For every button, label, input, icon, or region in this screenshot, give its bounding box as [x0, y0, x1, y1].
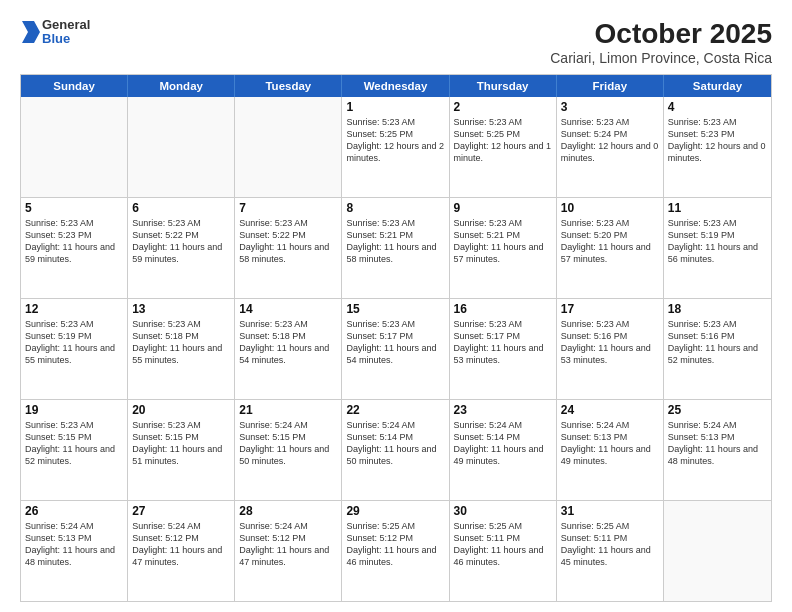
- day-number: 30: [454, 504, 552, 518]
- calendar-cell: 3Sunrise: 5:23 AM Sunset: 5:24 PM Daylig…: [557, 97, 664, 197]
- calendar-cell: 18Sunrise: 5:23 AM Sunset: 5:16 PM Dayli…: [664, 299, 771, 399]
- calendar-cell: 9Sunrise: 5:23 AM Sunset: 5:21 PM Daylig…: [450, 198, 557, 298]
- calendar: SundayMondayTuesdayWednesdayThursdayFrid…: [20, 74, 772, 602]
- day-number: 4: [668, 100, 767, 114]
- calendar-cell: 31Sunrise: 5:25 AM Sunset: 5:11 PM Dayli…: [557, 501, 664, 601]
- day-number: 26: [25, 504, 123, 518]
- day-number: 13: [132, 302, 230, 316]
- day-info: Sunrise: 5:25 AM Sunset: 5:12 PM Dayligh…: [346, 520, 444, 569]
- logo-general: General: [42, 18, 90, 32]
- day-number: 16: [454, 302, 552, 316]
- day-info: Sunrise: 5:23 AM Sunset: 5:25 PM Dayligh…: [346, 116, 444, 165]
- calendar-cell: 1Sunrise: 5:23 AM Sunset: 5:25 PM Daylig…: [342, 97, 449, 197]
- calendar-cell: [235, 97, 342, 197]
- header: General Blue October 2025 Cariari, Limon…: [20, 18, 772, 66]
- day-info: Sunrise: 5:23 AM Sunset: 5:16 PM Dayligh…: [561, 318, 659, 367]
- day-number: 8: [346, 201, 444, 215]
- calendar-cell: 11Sunrise: 5:23 AM Sunset: 5:19 PM Dayli…: [664, 198, 771, 298]
- day-number: 2: [454, 100, 552, 114]
- calendar-cell: [664, 501, 771, 601]
- day-number: 17: [561, 302, 659, 316]
- day-info: Sunrise: 5:24 AM Sunset: 5:13 PM Dayligh…: [25, 520, 123, 569]
- calendar-row: 5Sunrise: 5:23 AM Sunset: 5:23 PM Daylig…: [21, 197, 771, 298]
- logo: General Blue: [20, 18, 90, 47]
- day-info: Sunrise: 5:24 AM Sunset: 5:14 PM Dayligh…: [454, 419, 552, 468]
- day-info: Sunrise: 5:23 AM Sunset: 5:16 PM Dayligh…: [668, 318, 767, 367]
- day-info: Sunrise: 5:24 AM Sunset: 5:15 PM Dayligh…: [239, 419, 337, 468]
- day-number: 7: [239, 201, 337, 215]
- calendar-cell: 6Sunrise: 5:23 AM Sunset: 5:22 PM Daylig…: [128, 198, 235, 298]
- day-number: 5: [25, 201, 123, 215]
- day-info: Sunrise: 5:23 AM Sunset: 5:23 PM Dayligh…: [25, 217, 123, 266]
- calendar-cell: 24Sunrise: 5:24 AM Sunset: 5:13 PM Dayli…: [557, 400, 664, 500]
- day-number: 9: [454, 201, 552, 215]
- day-info: Sunrise: 5:25 AM Sunset: 5:11 PM Dayligh…: [454, 520, 552, 569]
- day-number: 31: [561, 504, 659, 518]
- logo-icon: [22, 21, 40, 43]
- weekday-header: Friday: [557, 75, 664, 97]
- day-info: Sunrise: 5:23 AM Sunset: 5:19 PM Dayligh…: [668, 217, 767, 266]
- calendar-cell: [128, 97, 235, 197]
- day-info: Sunrise: 5:23 AM Sunset: 5:18 PM Dayligh…: [132, 318, 230, 367]
- day-number: 29: [346, 504, 444, 518]
- day-info: Sunrise: 5:23 AM Sunset: 5:21 PM Dayligh…: [454, 217, 552, 266]
- calendar-row: 19Sunrise: 5:23 AM Sunset: 5:15 PM Dayli…: [21, 399, 771, 500]
- calendar-cell: 23Sunrise: 5:24 AM Sunset: 5:14 PM Dayli…: [450, 400, 557, 500]
- calendar-cell: 16Sunrise: 5:23 AM Sunset: 5:17 PM Dayli…: [450, 299, 557, 399]
- calendar-cell: 28Sunrise: 5:24 AM Sunset: 5:12 PM Dayli…: [235, 501, 342, 601]
- calendar-cell: [21, 97, 128, 197]
- day-number: 27: [132, 504, 230, 518]
- day-number: 24: [561, 403, 659, 417]
- day-info: Sunrise: 5:23 AM Sunset: 5:15 PM Dayligh…: [25, 419, 123, 468]
- weekday-header: Saturday: [664, 75, 771, 97]
- day-number: 19: [25, 403, 123, 417]
- logo-text: General Blue: [42, 18, 90, 47]
- calendar-cell: 4Sunrise: 5:23 AM Sunset: 5:23 PM Daylig…: [664, 97, 771, 197]
- day-number: 3: [561, 100, 659, 114]
- day-info: Sunrise: 5:23 AM Sunset: 5:21 PM Dayligh…: [346, 217, 444, 266]
- svg-marker-0: [22, 21, 40, 43]
- calendar-cell: 27Sunrise: 5:24 AM Sunset: 5:12 PM Dayli…: [128, 501, 235, 601]
- calendar-cell: 22Sunrise: 5:24 AM Sunset: 5:14 PM Dayli…: [342, 400, 449, 500]
- weekday-header: Sunday: [21, 75, 128, 97]
- day-number: 28: [239, 504, 337, 518]
- day-number: 10: [561, 201, 659, 215]
- day-info: Sunrise: 5:23 AM Sunset: 5:19 PM Dayligh…: [25, 318, 123, 367]
- day-info: Sunrise: 5:23 AM Sunset: 5:15 PM Dayligh…: [132, 419, 230, 468]
- day-info: Sunrise: 5:23 AM Sunset: 5:23 PM Dayligh…: [668, 116, 767, 165]
- weekday-header: Thursday: [450, 75, 557, 97]
- day-info: Sunrise: 5:23 AM Sunset: 5:22 PM Dayligh…: [132, 217, 230, 266]
- calendar-row: 26Sunrise: 5:24 AM Sunset: 5:13 PM Dayli…: [21, 500, 771, 601]
- weekday-header: Wednesday: [342, 75, 449, 97]
- day-info: Sunrise: 5:24 AM Sunset: 5:12 PM Dayligh…: [239, 520, 337, 569]
- day-info: Sunrise: 5:23 AM Sunset: 5:22 PM Dayligh…: [239, 217, 337, 266]
- day-number: 11: [668, 201, 767, 215]
- calendar-cell: 10Sunrise: 5:23 AM Sunset: 5:20 PM Dayli…: [557, 198, 664, 298]
- day-info: Sunrise: 5:24 AM Sunset: 5:14 PM Dayligh…: [346, 419, 444, 468]
- calendar-cell: 13Sunrise: 5:23 AM Sunset: 5:18 PM Dayli…: [128, 299, 235, 399]
- day-info: Sunrise: 5:24 AM Sunset: 5:12 PM Dayligh…: [132, 520, 230, 569]
- day-info: Sunrise: 5:23 AM Sunset: 5:17 PM Dayligh…: [346, 318, 444, 367]
- day-number: 14: [239, 302, 337, 316]
- day-number: 25: [668, 403, 767, 417]
- calendar-cell: 30Sunrise: 5:25 AM Sunset: 5:11 PM Dayli…: [450, 501, 557, 601]
- day-info: Sunrise: 5:23 AM Sunset: 5:25 PM Dayligh…: [454, 116, 552, 165]
- title-block: October 2025 Cariari, Limon Province, Co…: [550, 18, 772, 66]
- day-number: 1: [346, 100, 444, 114]
- weekday-header: Monday: [128, 75, 235, 97]
- day-number: 23: [454, 403, 552, 417]
- day-info: Sunrise: 5:23 AM Sunset: 5:24 PM Dayligh…: [561, 116, 659, 165]
- calendar-row: 1Sunrise: 5:23 AM Sunset: 5:25 PM Daylig…: [21, 97, 771, 197]
- calendar-cell: 20Sunrise: 5:23 AM Sunset: 5:15 PM Dayli…: [128, 400, 235, 500]
- day-info: Sunrise: 5:23 AM Sunset: 5:18 PM Dayligh…: [239, 318, 337, 367]
- day-number: 15: [346, 302, 444, 316]
- calendar-cell: 7Sunrise: 5:23 AM Sunset: 5:22 PM Daylig…: [235, 198, 342, 298]
- day-number: 22: [346, 403, 444, 417]
- day-info: Sunrise: 5:25 AM Sunset: 5:11 PM Dayligh…: [561, 520, 659, 569]
- calendar-row: 12Sunrise: 5:23 AM Sunset: 5:19 PM Dayli…: [21, 298, 771, 399]
- calendar-cell: 17Sunrise: 5:23 AM Sunset: 5:16 PM Dayli…: [557, 299, 664, 399]
- calendar-cell: 5Sunrise: 5:23 AM Sunset: 5:23 PM Daylig…: [21, 198, 128, 298]
- calendar-title: October 2025: [550, 18, 772, 50]
- calendar-cell: 19Sunrise: 5:23 AM Sunset: 5:15 PM Dayli…: [21, 400, 128, 500]
- calendar-cell: 26Sunrise: 5:24 AM Sunset: 5:13 PM Dayli…: [21, 501, 128, 601]
